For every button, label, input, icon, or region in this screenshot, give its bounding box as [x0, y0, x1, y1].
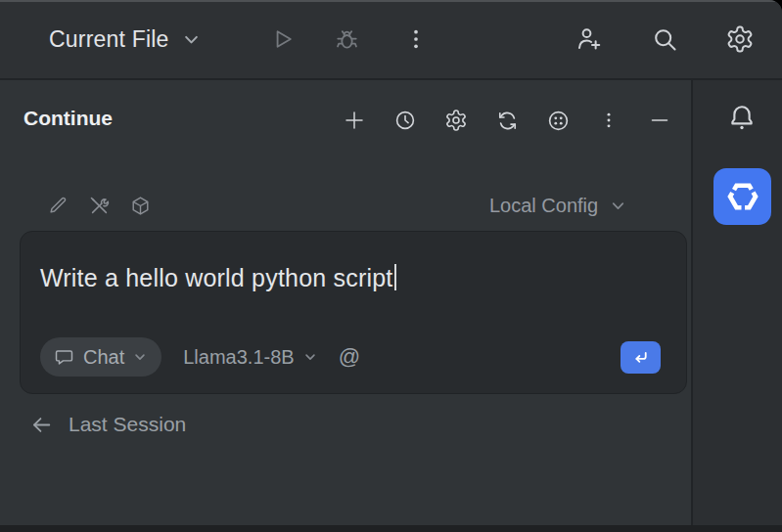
screenshot-stage: Current File [0, 0, 782, 532]
text-cursor [394, 264, 396, 290]
kebab-icon [598, 110, 620, 131]
model-selector-label: Llama3.1-8B [183, 346, 294, 369]
panel-title: Continue [23, 107, 113, 130]
continue-settings-button[interactable] [444, 108, 468, 133]
edit-button[interactable] [46, 194, 69, 217]
tools-icon [88, 195, 111, 217]
chevron-down-icon [182, 30, 201, 49]
kebab-icon [403, 26, 429, 52]
history-button[interactable] [393, 108, 417, 133]
play-icon [270, 26, 296, 52]
config-selector[interactable]: Local Config [489, 192, 626, 219]
bell-icon [727, 102, 757, 135]
run-button[interactable] [269, 25, 297, 53]
input-controls: Chat Llama3.1-8B @ [40, 337, 360, 377]
config-selector-label: Local Config [489, 195, 598, 217]
panel-tool-row [46, 193, 152, 218]
reload-button[interactable] [495, 108, 519, 133]
pencil-icon [47, 195, 69, 216]
toolbar-divider [0, 78, 782, 80]
window-bottom-edge [0, 525, 782, 532]
cube-icon [129, 195, 152, 217]
last-session-link[interactable]: Last Session [29, 411, 186, 438]
right-sidebar [693, 80, 782, 525]
packages-button[interactable] [128, 194, 152, 217]
ide-settings-button[interactable] [726, 25, 754, 53]
search-everywhere-button[interactable] [651, 25, 678, 53]
notifications-button[interactable] [727, 102, 757, 135]
chevron-down-icon [610, 198, 626, 214]
chevron-down-icon [303, 350, 317, 364]
continue-plugin-button[interactable] [713, 168, 771, 225]
run-config-label: Current File [49, 26, 169, 53]
hide-panel-button[interactable] [648, 108, 671, 133]
mode-selector[interactable]: Chat [40, 337, 161, 377]
prompt-text: Write a hello world python script [40, 264, 396, 292]
refresh-icon [495, 109, 520, 133]
minimize-icon [648, 109, 671, 132]
main-toolbar: Current File [0, 0, 782, 78]
panel-more-button[interactable] [597, 108, 621, 133]
mode-selector-label: Chat [83, 346, 124, 369]
add-context-button[interactable]: @ [339, 346, 360, 368]
prompt-input-box[interactable]: Write a hello world python script Chat L… [20, 231, 687, 394]
debug-console-button[interactable] [546, 108, 570, 133]
toolbar-more-button[interactable] [402, 25, 430, 53]
search-icon [651, 25, 679, 54]
chevron-down-icon [133, 350, 147, 364]
gear-icon [725, 24, 755, 54]
continue-logo-icon [723, 177, 762, 216]
debug-button[interactable] [333, 25, 360, 53]
return-enter-icon [631, 348, 650, 367]
dots-circle-icon [546, 109, 571, 133]
ide-window: Current File [0, 0, 782, 532]
chat-bubble-icon [54, 347, 74, 368]
code-with-me-button[interactable] [575, 25, 603, 53]
prompt-value: Write a hello world python script [40, 264, 392, 291]
new-session-button[interactable] [343, 108, 366, 133]
model-selector[interactable]: Llama3.1-8B [183, 346, 316, 369]
last-session-label: Last Session [69, 413, 186, 436]
run-config-selector[interactable]: Current File [49, 0, 201, 78]
panel-header-actions [343, 108, 671, 133]
tools-button[interactable] [87, 194, 111, 217]
user-plus-icon [575, 24, 604, 54]
arrow-left-icon [29, 413, 54, 437]
plus-icon [343, 109, 366, 132]
submit-button[interactable] [621, 341, 661, 374]
history-clock-icon [393, 109, 417, 132]
bug-icon [334, 26, 360, 53]
settings-gear-icon [444, 109, 468, 132]
